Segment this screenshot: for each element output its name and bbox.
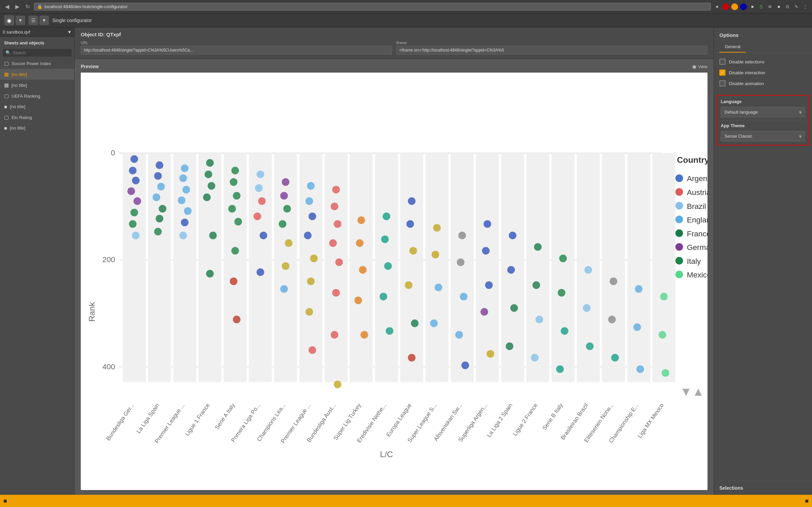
svg-point-37 [132, 232, 140, 239]
svg-point-104 [386, 327, 394, 335]
svg-point-91 [335, 258, 343, 266]
object-id: Object ID: QTxpf [81, 32, 707, 37]
svg-text:0: 0 [111, 149, 115, 157]
sidebar: 0 sandbox.qvf ▼ Sheets and objects 🔍 ▢ S… [0, 27, 75, 495]
search-input[interactable] [13, 51, 69, 55]
sidebar-item-elo-rating[interactable]: ▢ Elo Rating [0, 112, 74, 123]
list-view-btn[interactable]: ☰ [29, 16, 38, 25]
svg-point-48 [178, 196, 186, 204]
disable-selections-label: Disable selections [729, 59, 764, 64]
svg-point-57 [206, 270, 214, 278]
svg-text:Argentina: Argentina [687, 174, 707, 183]
forward-button[interactable]: ▶ [14, 3, 21, 11]
selections-title: Selections [719, 485, 807, 491]
url-input[interactable] [81, 46, 392, 55]
svg-text:200: 200 [102, 255, 115, 264]
svg-point-54 [208, 182, 215, 190]
svg-point-80 [305, 197, 313, 205]
svg-point-49 [184, 207, 192, 215]
svg-rect-27 [602, 153, 625, 382]
svg-point-66 [257, 171, 264, 178]
search-box[interactable]: 🔍 [3, 49, 72, 57]
dropdown-arrow[interactable]: ▼ [16, 16, 25, 25]
disable-animation-checkbox[interactable] [719, 80, 725, 86]
svg-text:Brazil: Brazil [687, 202, 706, 211]
svg-point-121 [482, 247, 490, 255]
svg-point-74 [283, 205, 291, 213]
svg-text:Mexico: Mexico [687, 271, 707, 279]
svg-point-33 [127, 187, 135, 195]
list-view-dropdown[interactable]: ▼ [39, 16, 49, 25]
preview-header: Preview ▣ View [81, 64, 707, 69]
sidebar-item-no-title-1[interactable]: ▦ [no title] [0, 69, 74, 80]
svg-point-73 [280, 192, 288, 200]
sidebar-item-label: [no title] [10, 125, 25, 131]
svg-point-87 [332, 186, 340, 194]
options-title: Options [714, 27, 812, 41]
svg-point-137 [584, 266, 592, 274]
disable-animation-row: Disable animation [719, 78, 807, 89]
url-row: URL Iframe [81, 41, 707, 55]
tab-general[interactable]: General [719, 41, 746, 53]
sidebar-item-no-title-3[interactable]: ■ [no title] [0, 101, 74, 112]
divider [721, 120, 805, 120]
sidebar-item-label: Elo Rating [12, 115, 32, 120]
svg-text:▼: ▼ [680, 385, 692, 398]
refresh-button[interactable]: ↻ [24, 3, 31, 11]
svg-point-146 [660, 293, 668, 300]
svg-point-44 [154, 228, 162, 236]
app-theme-select[interactable]: Sense Classic [721, 131, 805, 141]
sidebar-item-no-title-4[interactable]: ■ [no title] [0, 123, 74, 133]
svg-text:Austria: Austria [687, 188, 707, 197]
svg-point-64 [230, 277, 238, 285]
bookmark-icon[interactable]: ★ [714, 3, 720, 10]
object-icon: ■ [4, 125, 7, 131]
svg-rect-8 [123, 153, 146, 382]
svg-point-136 [556, 365, 564, 373]
sidebar-item-soccer-power-index[interactable]: ▢ Soccer Power Index [0, 58, 74, 69]
content-area: Object ID: QTxpf URL Iframe Preview ▣ Vi… [75, 27, 714, 495]
address-bar[interactable]: 🔒 localhost:4848/dev-hub/single-configur… [34, 3, 711, 11]
iframe-input[interactable] [396, 46, 708, 55]
svg-point-139 [586, 343, 594, 350]
svg-point-62 [234, 218, 242, 226]
svg-point-83 [310, 255, 318, 262]
app-selector[interactable]: 0 sandbox.qvf ▼ [0, 27, 74, 37]
more-icon[interactable]: ⋮ [802, 3, 809, 10]
svg-point-100 [383, 213, 391, 220]
svg-point-141 [608, 316, 616, 324]
svg-text:England: England [687, 216, 707, 224]
svg-rect-25 [552, 153, 575, 382]
svg-rect-29 [653, 153, 676, 382]
svg-point-99 [360, 331, 368, 339]
view-button[interactable]: ▣ View [692, 64, 707, 69]
svg-point-47 [183, 186, 190, 194]
svg-text:L/C: L/C [380, 450, 393, 459]
app-title: Single configurator [52, 18, 92, 23]
selections-section: Selections [714, 481, 812, 495]
svg-point-115 [458, 232, 466, 239]
back-button[interactable]: ◀ [3, 3, 11, 11]
svg-point-95 [357, 216, 365, 224]
url-text: localhost:4848/dev-hub/single-configurat… [44, 4, 128, 9]
pencil-icon[interactable]: ✎ [793, 3, 800, 10]
svg-point-179 [675, 216, 683, 223]
sidebar-item-no-title-2[interactable]: ▦ [no title] [0, 80, 74, 91]
circle2-icon [740, 3, 747, 10]
preview-title: Preview [81, 64, 99, 69]
browser-chrome: ◀ ▶ ↻ 🔒 localhost:4848/dev-hub/single-co… [0, 0, 812, 14]
svg-point-97 [359, 266, 367, 274]
url-label: URL [81, 41, 392, 45]
sidebar-item-uefa-ranking[interactable]: ▢ UEFA Ranking [0, 91, 74, 101]
disable-selections-checkbox[interactable] [719, 59, 725, 65]
svg-point-175 [675, 188, 683, 196]
language-select[interactable]: Default language [721, 107, 805, 117]
svg-text:Rank: Rank [87, 302, 96, 321]
svg-point-185 [675, 257, 683, 265]
sidebar-item-label: UEFA Ranking [12, 94, 40, 99]
svg-point-45 [181, 164, 189, 172]
disable-interaction-checkbox[interactable] [719, 70, 725, 76]
svg-point-67 [255, 184, 263, 192]
svg-point-124 [487, 350, 494, 358]
svg-point-30 [130, 155, 138, 163]
